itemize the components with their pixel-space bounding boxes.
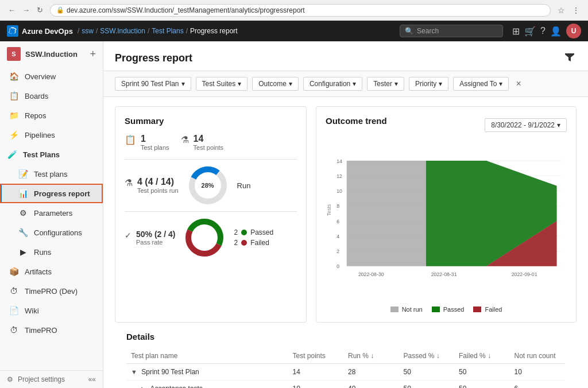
details-table: Test plan name Test points Run % ↓ Passe… (126, 348, 565, 388)
page-header: Progress report (103, 41, 588, 71)
configuration-filter[interactable]: Configuration ▾ (303, 77, 362, 91)
test-plans-stat-icon: 📋 (125, 134, 136, 145)
run-donut: 28% (188, 165, 228, 205)
svg-text:2: 2 (336, 249, 339, 254)
sidebar-label-runs: Runs (34, 248, 51, 257)
sidebar-label-artifacts: Artifacts (25, 267, 52, 276)
sidebar-org: S SSW.Induction (7, 47, 78, 61)
sidebar-label-overview: Overview (25, 72, 56, 81)
passed-trend-label: Passed (443, 306, 465, 313)
devops-logo-icon (7, 25, 18, 37)
svg-text:Tests: Tests (326, 204, 332, 216)
grid-icon[interactable]: ⊞ (512, 26, 520, 37)
test-suites-filter[interactable]: Test Suites ▾ (196, 77, 248, 91)
sidebar-item-progress-report[interactable]: 📊 Progress report (0, 184, 103, 203)
sprint-plan-filter[interactable]: Sprint 90 Test Plan ▾ (115, 77, 191, 91)
menu-button[interactable]: ⋮ (570, 5, 582, 16)
app-body: S SSW.Induction + 🏠 Overview 📋 Boards 📁 … (0, 41, 588, 388)
col-run-pct[interactable]: Run % ↓ (343, 348, 399, 364)
refresh-button[interactable]: ↻ (34, 5, 45, 15)
dashboard-row-top: Summary 📋 1 Test plans ⚗ 14 (115, 106, 577, 323)
settings-gear-icon: ⚙ (7, 375, 13, 383)
trend-title: Outcome trend (326, 116, 387, 126)
col-failed-pct[interactable]: Failed % ↓ (454, 348, 510, 364)
timepro-icon: ⏱ (9, 286, 19, 296)
sidebar-label-boards: Boards (25, 92, 48, 100)
assigned-to-filter[interactable]: Assigned To ▾ (453, 77, 509, 91)
test-points-label: Test points (194, 144, 224, 151)
lock-icon: 🔒 (56, 6, 64, 14)
clear-filters-button[interactable]: × (513, 79, 523, 89)
back-button[interactable]: ← (6, 5, 18, 15)
priority-filter[interactable]: Priority ▾ (409, 77, 448, 91)
browser-controls: ← → ↻ (6, 5, 45, 15)
tester-chevron: ▾ (394, 80, 398, 88)
filter-icon-button[interactable] (563, 51, 577, 66)
main-content: Progress report Sprint 90 Test Plan ▾ Te… (103, 41, 588, 388)
bookmark-button[interactable]: ☆ (555, 5, 567, 16)
collapse-icon[interactable]: «« (88, 375, 96, 383)
sidebar-item-configurations[interactable]: 🔧 Configurations (0, 223, 103, 242)
cell-test-points: 10 (288, 381, 343, 389)
sidebar-label-parameters: Parameters (34, 209, 72, 218)
sidebar-item-timepro2[interactable]: ⏱ TimePRO (0, 320, 103, 340)
search-icon: 🔍 (405, 27, 413, 35)
svg-text:10: 10 (336, 188, 342, 194)
basket-icon[interactable]: 🛒 (524, 26, 536, 37)
failed-count: 2 (234, 239, 238, 247)
repos-icon: 📁 (9, 110, 19, 121)
sidebar-label-timepro2: TimePRO (25, 326, 57, 335)
forward-button[interactable]: → (20, 5, 32, 15)
sidebar-section-test-plans[interactable]: 🧪 Test Plans (0, 145, 103, 164)
sidebar-item-timepro[interactable]: ⏱ TimePRO (Dev) (0, 281, 103, 301)
org-name: SSW.Induction (25, 50, 78, 59)
breadcrumb-induction[interactable]: SSW.Induction (100, 27, 145, 35)
sidebar-item-artifacts[interactable]: 📦 Artifacts (0, 262, 103, 281)
sidebar-item-test-plans-sub[interactable]: 📝 Test plans (0, 164, 103, 184)
search-input[interactable] (417, 27, 498, 35)
sidebar-item-wiki[interactable]: 📄 Wiki (0, 301, 103, 320)
test-plans-sub-icon: 📝 (18, 169, 28, 179)
filter-bar: Sprint 90 Test Plan ▾ Test Suites ▾ Outc… (103, 71, 588, 97)
user-avatar[interactable]: U (566, 24, 581, 38)
breadcrumb-current: Progress report (190, 27, 238, 35)
browser-bar: ← → ↻ 🔒 dev.azure.com/ssw/SSW.Induction/… (0, 0, 588, 21)
address-bar[interactable]: 🔒 dev.azure.com/ssw/SSW.Induction/_testM… (50, 4, 551, 17)
sidebar-item-parameters[interactable]: ⚙ Parameters (0, 203, 103, 223)
outcome-filter[interactable]: Outcome ▾ (252, 77, 299, 91)
browser-actions: ☆ ⋮ (555, 5, 582, 16)
trend-header: Outcome trend 8/30/2022 - 9/1/2022 ▾ (326, 116, 567, 134)
date-range-button[interactable]: 8/30/2022 - 9/1/2022 ▾ (485, 118, 567, 132)
sidebar-item-pipelines[interactable]: ⚡ Pipelines (0, 125, 103, 145)
svg-text:2022-08-31: 2022-08-31 (431, 271, 457, 277)
table-row[interactable]: ▼ Sprint 90 Test Plan 14 28 50 50 10 (126, 364, 565, 381)
expand-icon[interactable]: ► (140, 385, 146, 388)
sidebar-item-overview[interactable]: 🏠 Overview (0, 67, 103, 86)
col-failed-pct-label: Failed % (459, 352, 486, 360)
sidebar-item-boards[interactable]: 📋 Boards (0, 86, 103, 106)
devops-search-box[interactable]: 🔍 (400, 25, 503, 37)
chart-area: 14 12 10 8 6 4 2 0 Tests (326, 141, 567, 301)
sprint-plan-chevron: ▾ (181, 80, 185, 88)
svg-text:14: 14 (336, 158, 342, 164)
breadcrumb-sep3: / (148, 27, 149, 35)
sidebar-item-runs[interactable]: ▶ Runs (0, 242, 103, 262)
pipelines-icon: ⚡ (9, 130, 19, 140)
test-points-count: 14 (194, 134, 224, 144)
tester-filter[interactable]: Tester ▾ (367, 77, 404, 91)
sidebar-footer[interactable]: ⚙ Project settings «« (0, 370, 103, 388)
help-icon[interactable]: ? (540, 26, 546, 36)
expand-icon[interactable]: ▼ (131, 368, 137, 375)
breadcrumb-ssw[interactable]: ssw (82, 27, 94, 35)
svg-text:2022-08-30: 2022-08-30 (358, 271, 384, 277)
table-row[interactable]: ► Acceptance tests 10 40 50 50 6 (126, 381, 565, 389)
breadcrumb-test-plans[interactable]: Test Plans (152, 27, 183, 35)
overview-icon: 🏠 (9, 71, 19, 82)
sidebar-item-repos[interactable]: 📁 Repos (0, 106, 103, 125)
failed-dot (241, 240, 247, 246)
add-project-button[interactable]: + (90, 48, 96, 60)
sidebar-label-timepro: TimePRO (Dev) (25, 287, 78, 296)
run-info: ⚗ 4 (4 / 14) Test points run (125, 177, 179, 194)
person-icon[interactable]: 👤 (550, 26, 562, 37)
col-passed-pct[interactable]: Passed % ↓ (399, 348, 454, 364)
